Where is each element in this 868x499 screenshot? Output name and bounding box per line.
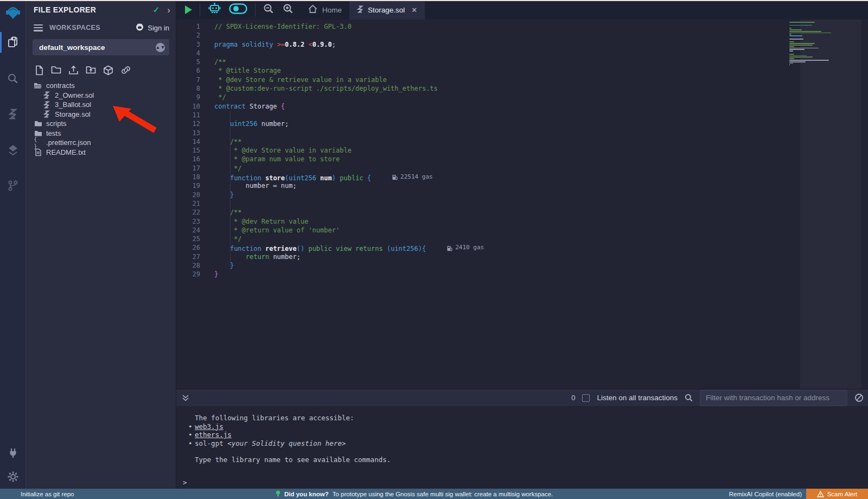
line-number[interactable]: 10: [176, 102, 200, 111]
line-number[interactable]: 5: [176, 58, 200, 66]
code-line-29[interactable]: 29}: [176, 270, 868, 279]
terminal-search-icon[interactable]: [685, 394, 693, 402]
code-line-19[interactable]: 19 number = num;: [176, 181, 868, 190]
line-number[interactable]: 28: [176, 261, 200, 270]
line-number[interactable]: 27: [176, 252, 200, 261]
line-number[interactable]: 20: [176, 191, 200, 199]
code-line-13[interactable]: 13: [176, 129, 868, 137]
line-number[interactable]: 14: [176, 137, 200, 146]
zoom-in-button[interactable]: [280, 0, 300, 20]
tree-item-readme-txt[interactable]: README.txt: [26, 148, 176, 157]
deploy-run-icon[interactable]: [0, 132, 26, 168]
file-explorer-icon[interactable]: [0, 24, 26, 60]
code-line-12[interactable]: 12 uint256 number;: [176, 119, 868, 128]
tab-storage-sol[interactable]: Storage.sol ✕: [349, 0, 425, 20]
line-number[interactable]: 1: [176, 22, 200, 31]
close-tab-icon[interactable]: ✕: [411, 6, 417, 14]
workspace-select[interactable]: default_workspace ▲▼: [33, 39, 169, 55]
line-number[interactable]: 3: [176, 40, 200, 49]
code-line-22[interactable]: 22 /**: [176, 208, 868, 217]
new-folder-icon[interactable]: [51, 65, 61, 75]
zoom-out-button[interactable]: [257, 0, 280, 20]
line-number[interactable]: 15: [176, 146, 200, 155]
workspace-sort-icon[interactable]: ▲▼: [156, 43, 165, 52]
upload-file-icon[interactable]: [68, 65, 79, 75]
code-line-15[interactable]: 15 * @dev Store value in variable: [176, 146, 868, 155]
ipfs-box-icon[interactable]: [103, 65, 113, 75]
expand-terminal-icon[interactable]: [182, 394, 189, 402]
code-line-27[interactable]: 27 return number;: [176, 252, 868, 261]
chevron-right-icon[interactable]: ›: [167, 5, 170, 15]
sign-in-button[interactable]: Sign in: [135, 22, 169, 33]
line-number[interactable]: 26: [176, 243, 200, 252]
line-number[interactable]: 8: [176, 84, 200, 93]
upload-folder-icon[interactable]: [86, 65, 96, 75]
tree-item-3-ballot-sol[interactable]: 3_Ballot.sol: [26, 100, 176, 110]
new-file-icon[interactable]: [35, 65, 44, 75]
line-number[interactable]: 18: [176, 173, 200, 181]
code-line-20[interactable]: 20 }: [176, 191, 868, 199]
copilot-status[interactable]: RemixAI Copilot (enabled): [729, 491, 802, 497]
code-line-17[interactable]: 17 */: [176, 164, 868, 173]
line-number[interactable]: 9: [176, 93, 200, 102]
listen-all-transactions-checkbox[interactable]: [582, 394, 590, 402]
tree-item-scripts[interactable]: scripts: [26, 119, 176, 129]
line-number[interactable]: 13: [176, 129, 200, 137]
line-number[interactable]: 24: [176, 226, 200, 235]
code-line-4[interactable]: 4: [176, 49, 868, 58]
code-line-23[interactable]: 23 * @dev Return value: [176, 217, 868, 226]
line-number[interactable]: 25: [176, 235, 200, 243]
minimap[interactable]: [776, 20, 868, 389]
line-number[interactable]: 11: [176, 111, 200, 119]
transaction-filter-input[interactable]: [700, 390, 847, 406]
terminal[interactable]: The following libraries are accessible: …: [176, 406, 868, 489]
line-number[interactable]: 2: [176, 31, 200, 40]
code-line-6[interactable]: 6 * @title Storage: [176, 66, 868, 75]
line-number[interactable]: 4: [176, 49, 200, 58]
plugin-manager-icon[interactable]: [0, 441, 26, 465]
line-number[interactable]: 19: [176, 181, 200, 190]
line-number[interactable]: 22: [176, 208, 200, 217]
settings-icon[interactable]: [0, 465, 26, 489]
code-line-5[interactable]: 5/**: [176, 58, 868, 66]
code-line-21[interactable]: 21: [176, 199, 868, 208]
code-line-24[interactable]: 24 * @return value of 'number': [176, 226, 868, 235]
code-editor[interactable]: 1// SPDX-License-Identifier: GPL-3.023pr…: [176, 20, 868, 389]
line-number[interactable]: 6: [176, 66, 200, 75]
remix-logo-icon[interactable]: [2, 3, 24, 24]
code-line-2[interactable]: 2: [176, 31, 868, 40]
line-number[interactable]: 17: [176, 164, 200, 173]
terminal-prompt[interactable]: >: [176, 478, 868, 487]
code-line-9[interactable]: 9 */: [176, 93, 868, 102]
git-init-button[interactable]: Initialize as git repo: [0, 491, 74, 497]
minimap-slider[interactable]: [800, 20, 861, 389]
search-icon[interactable]: [0, 60, 26, 96]
line-number[interactable]: 16: [176, 155, 200, 163]
tree-item-2-owner-sol[interactable]: 2_Owner.sol: [26, 91, 176, 100]
solidity-compiler-icon[interactable]: [0, 96, 26, 132]
tab-home[interactable]: Home: [300, 0, 349, 20]
library-link-web3-js[interactable]: web3.js: [195, 422, 224, 431]
clear-console-icon[interactable]: [854, 393, 864, 402]
line-number[interactable]: 29: [176, 270, 200, 279]
code-line-8[interactable]: 8 * @custom:dev-run-script ./scripts/dep…: [176, 84, 868, 93]
code-line-1[interactable]: 1// SPDX-License-Identifier: GPL-3.0: [176, 22, 868, 31]
code-line-16[interactable]: 16 * @param num value to store: [176, 155, 868, 163]
line-number[interactable]: 7: [176, 75, 200, 84]
check-icon[interactable]: ✓: [153, 5, 160, 15]
link-icon[interactable]: [120, 65, 131, 75]
line-number[interactable]: 23: [176, 217, 200, 226]
code-line-7[interactable]: 7 * @dev Store & retrieve value in a var…: [176, 75, 868, 84]
scam-alert-button[interactable]: Scam Alert: [806, 489, 868, 499]
code-line-25[interactable]: 25 */: [176, 235, 868, 243]
library-link-ethers-js[interactable]: ethers.js: [195, 431, 232, 439]
ai-copilot-toggle[interactable]: [228, 0, 254, 20]
tree-item--prettierrc-json[interactable]: { }.prettierrc.json: [26, 138, 176, 148]
tree-item-contracts[interactable]: contracts: [26, 81, 176, 91]
code-line-18[interactable]: 18 function store(uint256 num) public {2…: [176, 173, 868, 181]
run-script-button[interactable]: [176, 0, 199, 20]
remixai-assistant-icon[interactable]: [201, 0, 228, 20]
code-line-10[interactable]: 10contract Storage {: [176, 102, 868, 111]
tree-item-tests[interactable]: tests: [26, 129, 176, 138]
line-number[interactable]: 12: [176, 119, 200, 128]
